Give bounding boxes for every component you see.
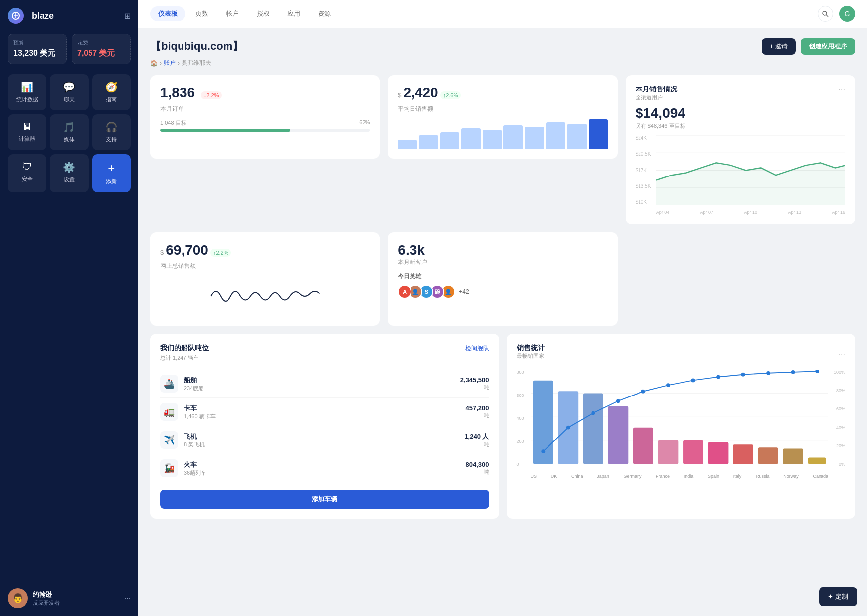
stats-icon: 📊 (21, 81, 33, 93)
breadcrumb-current: 奥弗维耶夫 (182, 59, 211, 67)
tab-accounts[interactable]: 帐户 (218, 6, 247, 21)
budget-card: 预算 13,230 美元 (8, 34, 67, 64)
top-nav-actions: G (818, 6, 855, 22)
tab-auth[interactable]: 授权 (249, 6, 277, 21)
guide-label: 指南 (106, 96, 117, 103)
svg-rect-16 (608, 406, 628, 464)
chat-icon: 💬 (63, 81, 75, 93)
search-button[interactable] (818, 6, 833, 22)
breadcrumb-accounts[interactable]: 账户 (164, 59, 176, 67)
tab-dashboard[interactable]: 仪表板 (150, 6, 185, 21)
user-avatar-nav[interactable]: G (839, 6, 855, 22)
total-badge: ↑2.2% (210, 249, 231, 257)
sidebar: blaze ⊞ 预算 13,230 美元 花费 7,057 美元 📊 统计数据 … (0, 0, 138, 616)
expense-card: 花费 7,057 美元 (72, 34, 131, 64)
svg-point-28 (616, 399, 620, 403)
heroes-label: 今日英雄 (398, 272, 607, 281)
invite-button[interactable]: + 邀请 (762, 38, 796, 55)
planes-count: 8 架飞机 (184, 441, 464, 448)
total-label: 网上总销售额 (160, 262, 370, 270)
progress-bar (160, 129, 370, 132)
chart-x-labels: USUKChinaJapanGermanyFranceIndiaSpainIta… (531, 474, 829, 479)
app-name: blaze (32, 11, 54, 21)
security-label: 安全 (22, 176, 33, 183)
sidebar-item-calculator[interactable]: 🖩 计算器 (8, 114, 46, 150)
trains-count: 36趟列车 (184, 469, 466, 477)
sales-stats-menu-icon[interactable]: ··· (839, 351, 845, 359)
page-title: 【biqubiqu.com】 (150, 39, 243, 54)
sidebar-item-guide[interactable]: 🧭 指南 (92, 74, 131, 110)
svg-point-29 (641, 390, 645, 394)
support-label: 支持 (106, 136, 117, 143)
sales-stats-subtitle: 最畅销国家 (517, 352, 545, 360)
customize-button[interactable]: ✦ 定制 (819, 587, 857, 606)
svg-rect-23 (783, 449, 803, 464)
sales-bars-svg (531, 370, 829, 464)
fleet-item-ships: 🚢 船舶 234艘船 2,345,500 吨 (160, 370, 489, 398)
mini-bar-chart (398, 119, 607, 149)
trains-amount: 804,300 (466, 461, 489, 468)
trains-icon: 🚂 (160, 459, 178, 477)
calculator-icon: 🖩 (22, 121, 32, 132)
trains-name: 火车 (184, 460, 466, 469)
total-currency: $ (160, 249, 164, 256)
sales-stats-card: 销售统计 最畅销国家 ··· 8006004002000 100%80%60%4… (507, 334, 856, 519)
svg-point-33 (741, 373, 745, 377)
home-icon: 🏠 (150, 60, 158, 67)
monthly-chart: $24K$20.5K$17K$13.5K$10K (636, 135, 845, 215)
create-app-button[interactable]: 创建应用程序 (801, 38, 855, 55)
tab-resources[interactable]: 资源 (310, 6, 339, 21)
media-icon: 🎵 (63, 121, 75, 133)
svg-rect-15 (583, 394, 603, 464)
logo-container: blaze ⊞ (8, 8, 131, 24)
main-area: 仪表板 页数 帐户 授权 应用 资源 G 【biqubiqu.com】 + 邀请… (138, 0, 867, 616)
sidebar-item-security[interactable]: 🛡 安全 (8, 154, 46, 192)
fleet-link[interactable]: 检阅舰队 (465, 344, 489, 352)
tab-apps[interactable]: 应用 (279, 6, 308, 21)
total-value: 69,700 (166, 242, 208, 258)
tab-pages[interactable]: 页数 (187, 6, 216, 21)
add-vehicle-button[interactable]: 添加车辆 (160, 490, 489, 509)
stats-label: 统计数据 (16, 96, 38, 103)
fleet-item-planes: ✈️ 飞机 8 架飞机 1,240 人 吨 (160, 426, 489, 454)
monthly-value: $14,094 (636, 105, 845, 121)
sidebar-item-stats[interactable]: 📊 统计数据 (8, 74, 46, 110)
svg-point-27 (591, 411, 595, 415)
media-label: 媒体 (64, 136, 75, 143)
svg-point-32 (716, 375, 720, 379)
user-menu-icon[interactable]: ⋯ (124, 595, 131, 602)
fleet-card: 我们的船队吨位 检阅舰队 总计 1,247 辆车 🚢 船舶 234艘船 2,34… (150, 334, 499, 519)
support-icon: 🎧 (105, 121, 118, 133)
fleet-item-trains: 🚂 火车 36趟列车 804,300 吨 (160, 454, 489, 482)
user-name: 约翰逊 (33, 590, 119, 599)
sidebar-item-add[interactable]: + 添新 (92, 154, 131, 192)
avg-daily-card: $ 2,420 ↑2.6% 平均日销售额 (388, 75, 617, 159)
new-customers-card: 6.3k 本月新客户 今日英雄 A 👤 S 碗 👤 +42 (388, 232, 617, 326)
settings-icon: ⚙️ (63, 161, 75, 173)
sidebar-gear-icon[interactable]: ⊞ (124, 11, 131, 21)
planes-unit: 吨 (464, 441, 489, 448)
avg-value: 2,420 (404, 85, 438, 101)
monthly-menu-icon[interactable]: ··· (839, 85, 845, 94)
customers-label: 本月新客户 (398, 258, 607, 266)
sidebar-item-support[interactable]: 🎧 支持 (92, 114, 131, 150)
sales-stats-title: 销售统计 (517, 344, 545, 352)
progress-label: 1,048 目标 (160, 119, 186, 127)
expense-value: 7,057 美元 (77, 48, 125, 59)
svg-rect-24 (808, 457, 826, 464)
sidebar-item-media[interactable]: 🎵 媒体 (50, 114, 88, 150)
progress-pct: 62% (359, 119, 370, 127)
page-actions: + 邀请 创建应用程序 (762, 38, 855, 55)
user-role: 反应开发者 (33, 599, 119, 607)
expense-label: 花费 (77, 39, 125, 46)
trucks-unit: 吨 (466, 412, 489, 419)
svg-rect-22 (758, 447, 778, 464)
fleet-title: 我们的船队吨位 (160, 344, 209, 352)
orders-label: 本月订单 (160, 105, 370, 113)
sidebar-item-settings[interactable]: ⚙️ 设置 (50, 154, 88, 192)
avg-badge: ↑2.6% (440, 91, 461, 99)
svg-rect-20 (708, 442, 728, 464)
sidebar-item-chat[interactable]: 💬 聊天 (50, 74, 88, 110)
avg-currency: $ (398, 91, 401, 99)
sales-chart-container: 8006004002000 100%80%60%40%20%0% (517, 370, 846, 479)
